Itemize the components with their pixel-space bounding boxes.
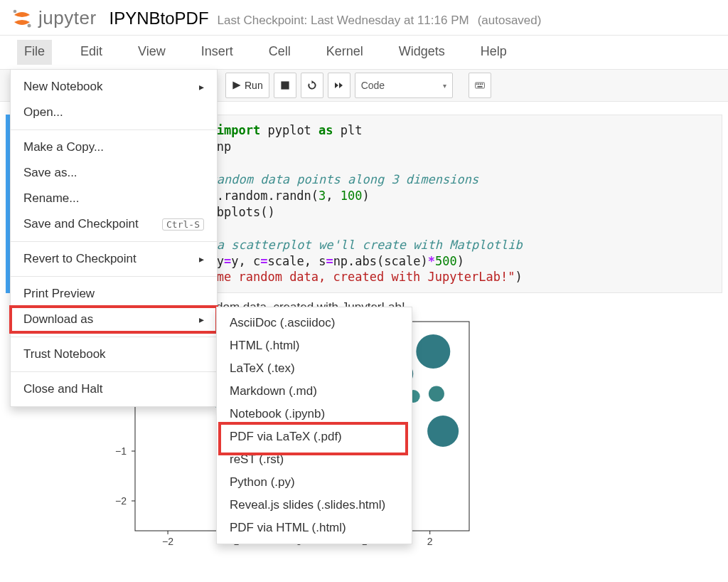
svg-marker-6 [339,83,343,88]
svg-point-47 [427,416,459,447]
keyboard-icon [475,80,485,90]
logo-text: jupyter [38,7,97,29]
download-as-option[interactable]: PDF via LaTeX (.pdf) [217,425,412,448]
download-as-submenu: AsciiDoc (.asciidoc)HTML (.html)LaTeX (.… [216,307,412,544]
file-trust-label: Trust Notebook [23,347,106,361]
checkpoint-text: Last Checkpoint: Last Wednesday at 11:16… [218,14,469,28]
file-new-notebook[interactable]: New Notebook ▸ [11,74,217,100]
file-save-checkpoint[interactable]: Save and Checkpoint Ctrl-S [11,211,217,237]
menu-insert[interactable]: Insert [194,40,240,65]
menu-file[interactable]: File [17,40,52,65]
svg-rect-11 [481,83,483,85]
file-close-halt-label: Close and Halt [23,382,103,396]
submenu-arrow-icon: ▸ [199,314,204,325]
menubar: File Edit View Insert Cell Kernel Widget… [0,35,728,69]
svg-rect-9 [478,83,479,85]
download-as-option[interactable]: Reveal.js slides (.slides.html) [217,494,412,517]
menu-edit[interactable]: Edit [73,40,109,65]
svg-rect-10 [480,83,481,85]
run-label: Run [245,80,263,91]
file-make-copy[interactable]: Make a Copy... [11,134,217,160]
menu-view[interactable]: View [131,40,173,65]
interrupt-button[interactable] [274,73,296,98]
svg-point-45 [416,334,450,369]
menu-cell[interactable]: Cell [262,40,298,65]
celltype-selected: Code [361,80,385,91]
file-print-preview-label: Print Preview [23,287,95,301]
file-save-checkpoint-label: Save and Checkpoint [23,217,139,231]
jupyter-logo[interactable]: jupyter [11,7,97,29]
file-open-label: Open... [23,105,63,120]
file-make-copy-label: Make a Copy... [23,140,104,154]
svg-marker-4 [311,80,314,84]
download-as-option[interactable]: Markdown (.md) [217,380,412,403]
file-rename[interactable]: Rename... [11,186,217,211]
svg-text:−2: −2 [162,536,173,547]
download-as-option[interactable]: AsciiDoc (.asciidoc) [217,312,412,334]
svg-marker-5 [335,83,338,88]
svg-point-46 [429,386,444,402]
download-as-option[interactable]: PDF via HTML (.html) [217,517,412,539]
jupyter-icon [11,8,33,29]
svg-text:2: 2 [427,536,433,547]
download-as-option[interactable]: LaTeX (.tex) [217,357,412,380]
celltype-select[interactable]: Code ▾ [355,73,453,98]
restart-button[interactable] [301,73,323,98]
file-download-as[interactable]: Download as ▸ [11,307,217,332]
file-trust[interactable]: Trust Notebook [11,342,217,367]
svg-text:−1: −1 [115,445,127,457]
menu-help[interactable]: Help [473,40,514,65]
file-revert-label: Revert to Checkpoint [23,252,136,266]
command-palette-button[interactable] [469,73,491,98]
file-print-preview[interactable]: Print Preview [11,281,217,307]
svg-rect-12 [477,86,482,88]
svg-rect-3 [281,81,289,89]
file-open[interactable]: Open... [11,100,217,125]
download-as-option[interactable]: HTML (.html) [217,334,412,357]
svg-rect-7 [475,83,484,88]
file-save-as[interactable]: Save as... [11,160,217,186]
file-save-as-label: Save as... [23,166,77,180]
play-icon [232,80,242,90]
restart-run-all-button[interactable] [328,73,350,98]
shortcut-badge: Ctrl-S [162,218,204,231]
chevron-down-icon: ▾ [443,82,446,90]
file-new-notebook-label: New Notebook [23,80,103,94]
stop-icon [280,80,290,90]
fast-forward-icon [334,80,344,90]
svg-point-0 [14,9,17,13]
svg-text:−2: −2 [115,495,127,507]
submenu-arrow-icon: ▸ [199,253,204,265]
svg-point-1 [28,23,31,27]
submenu-arrow-icon: ▸ [199,81,204,92]
file-download-as-label: Download as [23,312,93,327]
autosaved-text: (autosaved) [478,14,542,28]
run-button[interactable]: Run [225,73,269,98]
svg-rect-8 [476,83,477,85]
file-revert[interactable]: Revert to Checkpoint ▸ [11,246,217,272]
download-as-option[interactable]: Python (.py) [217,471,412,494]
download-as-option[interactable]: reST (.rst) [217,448,412,471]
notebook-title[interactable]: IPYNBtoPDF [109,9,209,28]
download-as-option[interactable]: Notebook (.ipynb) [217,403,412,425]
restart-icon [307,80,317,90]
file-rename-label: Rename... [23,191,79,206]
svg-marker-2 [232,81,240,89]
notebook-header: jupyter IPYNBtoPDF Last Checkpoint: Last… [0,0,728,35]
menu-kernel[interactable]: Kernel [319,40,370,65]
menu-widgets[interactable]: Widgets [392,40,452,65]
file-menu: New Notebook ▸ Open... Make a Copy... Sa… [10,69,218,407]
file-close-halt[interactable]: Close and Halt [11,376,217,402]
